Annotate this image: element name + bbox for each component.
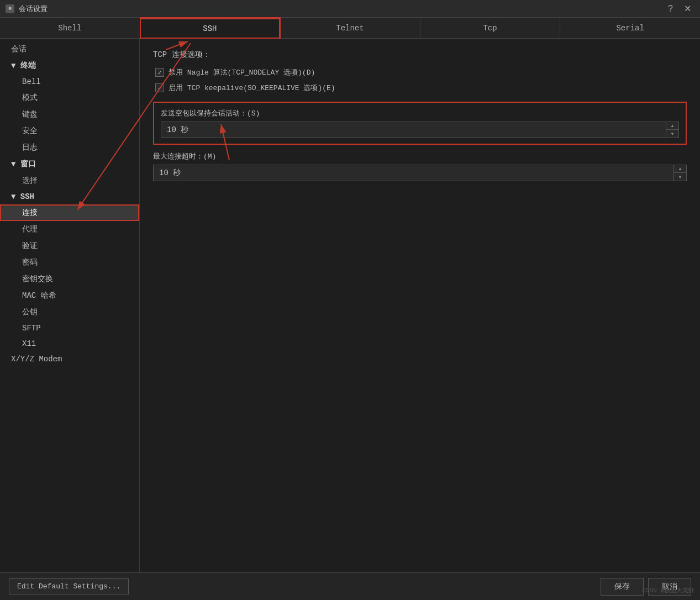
sidebar-item-connection[interactable]: 连接 — [0, 204, 139, 221]
sidebar-item-auth[interactable]: 验证 — [0, 238, 139, 254]
sidebar-item-bell[interactable]: Bell — [0, 74, 139, 90]
save-button[interactable]: 保存 — [601, 578, 644, 596]
sidebar-item-sftp[interactable]: SFTP — [0, 320, 139, 336]
sidebar-item-modem[interactable]: X/Y/Z Modem — [0, 351, 139, 367]
timeout-label: 最大连接超时：(M) — [153, 151, 687, 161]
sidebar-item-password[interactable]: 密码 — [0, 254, 139, 271]
edit-default-button[interactable]: Edit Default Settings... — [9, 578, 129, 594]
sidebar-item-pubkey[interactable]: 公钥 — [0, 304, 139, 320]
tab-telnet[interactable]: Telnet — [280, 18, 420, 38]
main-container: 会话 ▼ 终端 Bell 模式 键盘 安全 日志 ▼ 窗口 选择 ▼ SSH — [0, 39, 700, 572]
cancel-button[interactable]: 取消 — [648, 578, 691, 596]
tcp-section-title: TCP 连接选项： — [153, 50, 687, 60]
close-button[interactable]: ✕ — [681, 2, 694, 15]
keepalive-spinbox-arrows: ▲ ▼ — [666, 122, 679, 138]
checkbox-nagle[interactable] — [155, 68, 164, 77]
tabbar: Shell SSH Telnet Tcp Serial — [0, 18, 700, 39]
checkbox-keepalive-label: 启用 TCP keepalive(SO_KEEPALIVE 选项)(E) — [169, 83, 335, 93]
bottom-right-buttons: 保存 取消 — [601, 578, 691, 596]
checkbox-nagle-label: 禁用 Nagle 算法(TCP_NODELAY 选项)(D) — [169, 67, 315, 77]
keepalive-spinbox-container: ▲ ▼ — [161, 122, 679, 138]
sidebar-item-security[interactable]: 安全 — [0, 123, 139, 139]
timeout-spinbox-arrows: ▲ ▼ — [674, 165, 687, 181]
content-area: TCP 连接选项： 禁用 Nagle 算法(TCP_NODELAY 选项)(D)… — [140, 39, 700, 572]
sidebar-section-ssh[interactable]: ▼ SSH — [0, 189, 139, 204]
titlebar-title: 会话设置 — [19, 4, 48, 14]
timeout-section: 最大连接超时：(M) ▲ ▼ — [153, 151, 687, 181]
timeout-spinbox-container: ▲ ▼ — [153, 165, 687, 181]
timeout-decrement-button[interactable]: ▼ — [674, 173, 686, 181]
sidebar-item-keyboard[interactable]: 键盘 — [0, 106, 139, 123]
keepalive-section: 发送空包以保持会话活动：(S) ▲ ▼ — [153, 102, 687, 145]
sidebar-section-window[interactable]: ▼ 窗口 — [0, 156, 139, 172]
timeout-input[interactable] — [153, 165, 674, 181]
sidebar-item-session[interactable]: 会话 — [0, 41, 139, 57]
sidebar-item-proxy[interactable]: 代理 — [0, 221, 139, 238]
sidebar-item-mac[interactable]: MAC 哈希 — [0, 287, 139, 304]
titlebar-icon: ■ — [6, 4, 14, 13]
titlebar-controls: ? ✕ — [665, 2, 694, 15]
tab-serial[interactable]: Serial — [560, 18, 700, 38]
tab-tcp[interactable]: Tcp — [420, 18, 561, 38]
sidebar: 会话 ▼ 终端 Bell 模式 键盘 安全 日志 ▼ 窗口 选择 ▼ SSH — [0, 39, 140, 572]
sidebar-item-log[interactable]: 日志 — [0, 139, 139, 156]
help-button[interactable]: ? — [665, 3, 676, 15]
sidebar-item-x11[interactable]: X11 — [0, 336, 139, 351]
keepalive-decrement-button[interactable]: ▼ — [666, 130, 678, 138]
keepalive-increment-button[interactable]: ▲ — [666, 122, 678, 130]
tab-shell[interactable]: Shell — [0, 18, 140, 38]
sidebar-section-terminal[interactable]: ▼ 终端 — [0, 57, 139, 74]
keepalive-input[interactable] — [161, 122, 666, 138]
checkbox-keepalive[interactable] — [155, 83, 164, 92]
titlebar: ■ 会话设置 ? ✕ — [0, 0, 700, 18]
checkbox-nagle-row: 禁用 Nagle 算法(TCP_NODELAY 选项)(D) — [153, 67, 687, 77]
timeout-increment-button[interactable]: ▲ — [674, 165, 686, 173]
sidebar-item-kex[interactable]: 密钥交换 — [0, 271, 139, 287]
sidebar-item-selection[interactable]: 选择 — [0, 172, 139, 189]
bottombar: Edit Default Settings... 保存 取消 — [0, 572, 700, 600]
keepalive-label: 发送空包以保持会话活动：(S) — [161, 108, 679, 118]
checkbox-keepalive-row: 启用 TCP keepalive(SO_KEEPALIVE 选项)(E) — [153, 83, 687, 93]
sidebar-item-mode[interactable]: 模式 — [0, 90, 139, 106]
tab-ssh[interactable]: SSH — [140, 18, 281, 38]
